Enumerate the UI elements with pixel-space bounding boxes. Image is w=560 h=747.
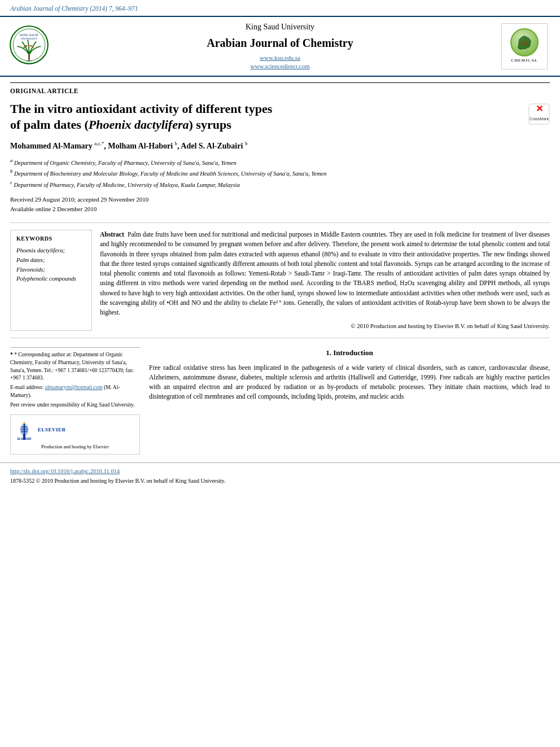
journal-center-info: King Saud University Arabian Journal of … <box>59 21 501 71</box>
keyword-2: Palm dates; <box>16 256 86 265</box>
bottom-links: http://dx.doi.org/10.1016/j.arabjc.2010.… <box>0 462 560 488</box>
ksu-logo-left: KING SAUD UNIVERSITY 1957 <box>8 24 59 69</box>
elsevier-logo-area: ELSEVIER ELSEVIER <box>15 418 135 441</box>
footnote-star: * * Corresponding author at: Department … <box>10 351 140 382</box>
svg-point-7 <box>32 46 34 48</box>
article-title: The in vitro antioxidant activity of dif… <box>10 101 522 133</box>
abstract-copyright: © 2010 Production and hosting by Elsevie… <box>100 322 550 331</box>
svg-text:UNIVERSITY: UNIVERSITY <box>21 37 38 40</box>
journal-title: Arabian Journal of Chemistry <box>59 35 501 51</box>
abstract-section: KEYWORDS Phoenix dactylifera; Palm dates… <box>10 222 550 338</box>
bottom-copyright: 1878-5352 © 2010 Production and hosting … <box>10 478 225 484</box>
introduction-heading: 1. Introduction <box>149 347 550 359</box>
title-part3: ) syrups <box>189 117 231 132</box>
author3-name: Adel S. Al-Zubairi <box>181 142 245 150</box>
keyword-3: Flavonoids; <box>16 265 86 275</box>
keyword-1: Phoenix dactylifera; <box>16 246 86 256</box>
university-name: King Saud University <box>59 21 501 33</box>
url1[interactable]: www.ksu.edu.sa <box>59 54 501 62</box>
author3-sup: b <box>245 141 248 146</box>
author1-name: Mohammed Al-Mamary <box>10 142 94 150</box>
doi-link[interactable]: http://dx.doi.org/10.1016/j.arabjc.2010.… <box>10 468 550 476</box>
footnote-corresponding: * * Corresponding author at: Department … <box>10 347 140 409</box>
svg-point-3 <box>24 46 25 48</box>
elsevier-logo-text: ELSEVIER <box>38 426 66 434</box>
main-content: ORIGINAL ARTICLE The in vitro antioxidan… <box>0 77 560 463</box>
article-title-row: The in vitro antioxidant activity of dif… <box>10 101 550 133</box>
dates-line: Received 29 August 2010; accepted 29 Nov… <box>10 195 550 215</box>
abstract-body: Palm date fruits have been used for nutr… <box>100 231 550 316</box>
crossmark-badge[interactable]: ✕ CrossMark <box>528 103 550 128</box>
right-col: 1. Introduction Free radical oxidative s… <box>149 347 550 455</box>
author2-sup: b <box>175 141 178 146</box>
authors-line: Mohammed Al-Mamary a,c,*, Molham Al-Habo… <box>10 140 550 151</box>
introduction-text: Free radical oxidative stress has been i… <box>149 363 550 402</box>
svg-text:1957: 1957 <box>27 60 33 63</box>
journal-urls: www.ksu.edu.sa www.sciencedirect.com <box>59 54 501 71</box>
keywords-box: KEYWORDS Phoenix dactylifera; Palm dates… <box>10 230 92 331</box>
author2-name: Molham Al-Habori <box>108 142 174 150</box>
received-date: Received 29 August 2010; accepted 29 Nov… <box>10 195 550 205</box>
footnote-email: E-mail address: almamarym@hotmail.com (M… <box>10 384 140 400</box>
title-part2: of palm dates ( <box>10 117 89 132</box>
svg-text:KING SAUD: KING SAUD <box>20 33 38 36</box>
journal-citation-link[interactable]: Arabian Journal of Chemistry (2014) 7, 9… <box>10 5 138 12</box>
title-part1: The in vitro antioxidant activity of dif… <box>10 102 272 116</box>
svg-text:✕: ✕ <box>536 104 543 113</box>
svg-point-11 <box>520 41 529 46</box>
abstract-label: Abstract <box>100 231 124 238</box>
elsevier-footer-text: Production and hosting by Elsevier <box>15 443 135 451</box>
chemical-badge: CHEMICAL <box>501 23 548 69</box>
affiliation-c: c Department of Pharmacy, Faculty of Med… <box>10 179 550 189</box>
email-address[interactable]: almamarym@hotmail.com <box>45 385 103 390</box>
svg-point-4 <box>25 45 27 46</box>
elsevier-footer-box: ELSEVIER ELSEVIER Production and hosting… <box>10 414 140 455</box>
abstract-text-block: Abstract Palm date fruits have been used… <box>100 230 550 331</box>
journal-header: KING SAUD UNIVERSITY 1957 King Saud Univ… <box>0 16 560 76</box>
keywords-title: KEYWORDS <box>16 235 86 243</box>
chemical-badge-container: CHEMICAL <box>501 23 552 69</box>
elsevier-icon: ELSEVIER <box>15 418 33 441</box>
title-italic: Phoenix dactylifera <box>89 117 189 132</box>
svg-point-5 <box>28 44 29 46</box>
url2[interactable]: www.sciencedirect.com <box>59 62 501 71</box>
keyword-4: Polyphenolic compounds <box>16 274 86 284</box>
chemical-text: CHEMICAL <box>511 58 537 64</box>
article-type: ORIGINAL ARTICLE <box>10 82 550 95</box>
svg-text:CrossMark: CrossMark <box>530 117 549 121</box>
svg-text:ELSEVIER: ELSEVIER <box>18 437 32 440</box>
badge-circle <box>510 28 539 56</box>
two-col-section: * * Corresponding author at: Department … <box>10 347 550 455</box>
affiliation-b: b Department of Biochemistry and Molecul… <box>10 168 550 178</box>
available-date: Available online 2 December 2010 <box>10 204 550 215</box>
top-link-bar: Arabian Journal of Chemistry (2014) 7, 9… <box>0 0 560 16</box>
left-col: * * Corresponding author at: Department … <box>10 347 140 455</box>
author1-sup: a,c,* <box>94 141 104 146</box>
affiliation-a: a Department of Organic Chemistry, Facul… <box>10 157 550 167</box>
svg-point-6 <box>30 45 32 46</box>
peer-review-text: Peer review under responsibility of King… <box>10 401 140 409</box>
affiliations: a Department of Organic Chemistry, Facul… <box>10 157 550 189</box>
